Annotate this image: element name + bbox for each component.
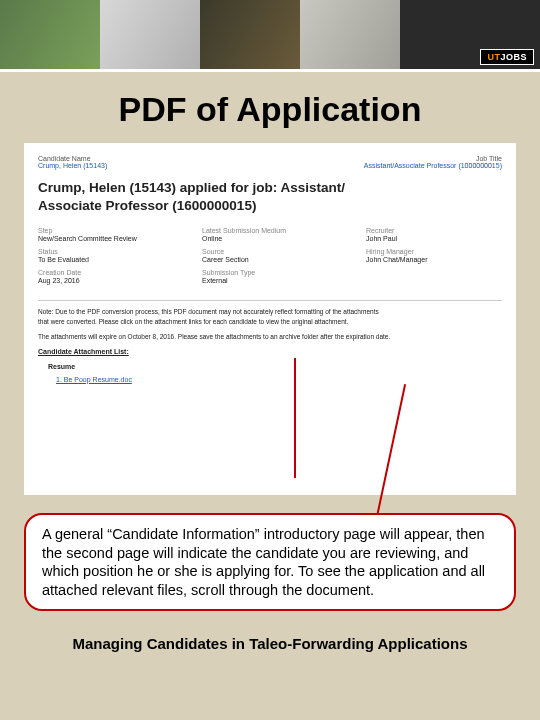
header-banner: UTJOBS	[0, 0, 540, 72]
meta-label: Hiring Manager	[366, 248, 502, 255]
meta-value: Aug 23, 2016	[38, 277, 174, 284]
meta-value: External	[202, 277, 338, 284]
logo-suffix: JOBS	[500, 52, 527, 62]
meta-value: John Paul	[366, 235, 502, 242]
pdf-meta-grid: Step New/Search Committee Review Status …	[38, 227, 502, 290]
meta-label: Source	[202, 248, 338, 255]
attachment-list-heading: Candidate Attachment List:	[38, 348, 502, 355]
meta-value: John Chat/Manager	[366, 256, 502, 263]
logo-prefix: UT	[487, 52, 500, 62]
applied-line: Crump, Helen (15143) applied for job: As…	[38, 179, 502, 197]
pdf-expiry-note: The attachments will expire on October 8…	[38, 333, 502, 340]
attachment-file-link[interactable]: 1. Be Poop Resume.doc	[56, 376, 502, 383]
pdf-preview-panel: Candidate Name Crump, Helen (15143) Job …	[24, 143, 516, 495]
attachment-category: Resume	[48, 363, 502, 370]
job-title-label: Job Title	[364, 155, 502, 162]
pdf-note: Note: Due to the PDF conversion process,…	[38, 307, 502, 327]
banner-photo	[0, 0, 100, 69]
note-line: Note: Due to the PDF conversion process,…	[38, 307, 502, 317]
banner-photo	[200, 0, 300, 69]
meta-value: New/Search Committee Review	[38, 235, 174, 242]
callout-connector	[294, 358, 296, 478]
meta-label: Latest Submission Medium	[202, 227, 338, 234]
banner-photo	[300, 0, 400, 69]
banner-photo	[100, 0, 200, 69]
job-title-link[interactable]: Assistant/Associate Professor (100000001…	[364, 162, 502, 169]
divider	[38, 300, 502, 301]
meta-label: Submission Type	[202, 269, 338, 276]
slide-footer: Managing Candidates in Taleo-Forwarding …	[0, 635, 540, 652]
meta-label: Recruiter	[366, 227, 502, 234]
meta-label: Step	[38, 227, 174, 234]
meta-label: Status	[38, 248, 174, 255]
banner-photo: UTJOBS	[400, 0, 540, 69]
note-line: that were converted. Please click on the…	[38, 317, 502, 327]
applied-line: Associate Professor (1600000015)	[38, 197, 502, 215]
ut-jobs-logo: UTJOBS	[480, 49, 534, 65]
meta-value: To Be Evaluated	[38, 256, 174, 263]
instruction-callout: A general “Candidate Information” introd…	[24, 513, 516, 611]
pdf-header-row: Candidate Name Crump, Helen (15143) Job …	[38, 155, 502, 169]
meta-value: Career Section	[202, 256, 338, 263]
meta-label: Creation Date	[38, 269, 174, 276]
page-title: PDF of Application	[0, 90, 540, 129]
candidate-name-label: Candidate Name	[38, 155, 107, 162]
callout-connector	[374, 384, 406, 526]
meta-value: Online	[202, 235, 338, 242]
applied-heading: Crump, Helen (15143) applied for job: As…	[38, 179, 502, 215]
candidate-name-link[interactable]: Crump, Helen (15143)	[38, 162, 107, 169]
